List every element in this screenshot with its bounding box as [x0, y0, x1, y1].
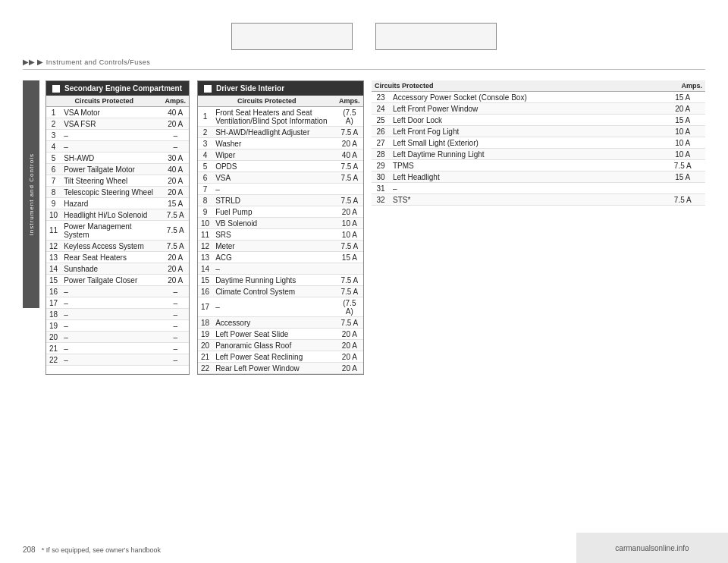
- row-name: Accessory Power Socket (Console Box): [390, 92, 661, 103]
- row-num: 20: [46, 332, 61, 343]
- row-name: Power Tailgate Motor: [61, 164, 162, 175]
- row-amps: 7.5 A: [336, 286, 363, 297]
- top-box-right: [375, 23, 497, 50]
- table-row: 15 Power Tailgate Closer 20 A: [46, 275, 189, 286]
- table-row: 10 VB Solenoid 10 A: [198, 218, 363, 229]
- row-name: STRLD: [212, 195, 336, 206]
- page-number: 208: [23, 546, 36, 554]
- row-num: 3: [198, 138, 212, 149]
- table-row: 22 – –: [46, 354, 189, 366]
- table-row: 18 Accessory 7.5 A: [198, 317, 363, 329]
- table-row: 3 Washer 20 A: [198, 138, 363, 149]
- table-row: 13 ACG 15 A: [198, 252, 363, 263]
- row-name: Left Door Lock: [390, 115, 661, 126]
- right-col2-header: Amps.: [681, 82, 702, 90]
- row-name: Left Daytime Running Light: [390, 149, 661, 160]
- row-amps: 20 A: [162, 175, 189, 187]
- row-num: 22: [198, 363, 212, 374]
- row-num: 32: [372, 194, 390, 206]
- row-amps: 7.5 A: [162, 241, 189, 252]
- top-box-left: [231, 23, 353, 50]
- row-name: Front Seat Heaters and Seat Ventilation/…: [212, 107, 336, 127]
- right-circuits-table: 23 Accessory Power Socket (Console Box) …: [372, 92, 705, 206]
- row-name: VSA FSR: [61, 118, 162, 130]
- row-num: 18: [198, 317, 212, 329]
- row-amps: [336, 184, 363, 195]
- row-name: VSA: [212, 172, 336, 184]
- table-row: 32 STS* 7.5 A: [372, 194, 705, 206]
- secondary-engine-title: Secondary Engine Compartment: [64, 84, 182, 93]
- row-num: 14: [198, 263, 212, 275]
- table-row: 21 Left Power Seat Reclining 20 A: [198, 351, 363, 363]
- row-amps: 10 A: [336, 229, 363, 241]
- driver-side-section: Driver Side Interior Circuits Protected …: [197, 80, 364, 375]
- row-name: Fuel Pump: [212, 206, 336, 218]
- row-name: Climate Control System: [212, 286, 336, 297]
- row-name: Rear Left Power Window: [212, 363, 336, 374]
- row-num: 10: [46, 209, 61, 221]
- row-amps: 15 A: [661, 115, 705, 126]
- table-row: 6 VSA 7.5 A: [198, 172, 363, 184]
- table-row: 7 –: [198, 184, 363, 195]
- row-num: 30: [372, 171, 390, 183]
- row-amps: –: [162, 297, 189, 309]
- row-name: Left Small Light (Exterior): [390, 137, 661, 149]
- row-amps: –: [162, 130, 189, 141]
- row-num: 7: [198, 184, 212, 195]
- row-num: 12: [198, 241, 212, 252]
- table-row: 8 STRLD 7.5 A: [198, 195, 363, 206]
- row-name: –: [61, 354, 162, 366]
- row-amps: 7.5 A: [336, 127, 363, 138]
- table-row: 25 Left Door Lock 15 A: [372, 115, 705, 126]
- table-row: 12 Keyless Access System 7.5 A: [46, 241, 189, 252]
- table-row: 1 VSA Motor 40 A: [46, 107, 189, 118]
- row-name: –: [61, 286, 162, 297]
- table-row: 11 Power Management System 7.5 A: [46, 221, 189, 241]
- row-num: 25: [372, 115, 390, 126]
- row-name: SH-AWD/Headlight Adjuster: [212, 127, 336, 138]
- row-amps: 40 A: [162, 164, 189, 175]
- row-num: 4: [198, 149, 212, 161]
- driver-side-table: Circuits Protected Amps. 1 Front Seat He…: [198, 96, 363, 374]
- drv-col2-header: Amps.: [336, 96, 363, 107]
- row-amps: 40 A: [162, 107, 189, 118]
- header-square-icon: [52, 85, 60, 93]
- row-num: 8: [198, 195, 212, 206]
- sec-col2-header: Amps.: [162, 96, 189, 107]
- row-num: 13: [46, 252, 61, 263]
- row-num: 29: [372, 160, 390, 171]
- table-row: 3 – –: [46, 130, 189, 141]
- row-name: –: [61, 297, 162, 309]
- row-num: 28: [372, 149, 390, 160]
- row-amps: 10 A: [336, 218, 363, 229]
- table-row: 20 – –: [46, 332, 189, 343]
- table-row: 4 Wiper 40 A: [198, 149, 363, 161]
- row-amps: (7.5 A): [336, 297, 363, 317]
- row-amps: 7.5 A: [661, 160, 705, 171]
- row-num: 24: [372, 103, 390, 115]
- row-amps: 30 A: [162, 153, 189, 164]
- row-num: 6: [198, 172, 212, 184]
- drv-col1-header: Circuits Protected: [198, 96, 336, 107]
- table-row: 5 OPDS 7.5 A: [198, 161, 363, 172]
- row-name: SH-AWD: [61, 153, 162, 164]
- row-amps: 20 A: [162, 252, 189, 263]
- table-row: 10 Headlight Hi/Lo Solenoid 7.5 A: [46, 209, 189, 221]
- table-row: 2 VSA FSR 20 A: [46, 118, 189, 130]
- row-num: 18: [46, 309, 61, 320]
- row-amps: 20 A: [336, 138, 363, 149]
- row-num: 27: [372, 137, 390, 149]
- row-num: 17: [46, 297, 61, 309]
- row-num: 11: [198, 229, 212, 241]
- row-name: TPMS: [390, 160, 661, 171]
- row-name: Washer: [212, 138, 336, 149]
- table-row: 15 Daytime Running Lights 7.5 A: [198, 275, 363, 286]
- row-num: 2: [198, 127, 212, 138]
- row-name: Tilt Steering Wheel: [61, 175, 162, 187]
- row-amps: 7.5 A: [336, 195, 363, 206]
- row-num: 5: [46, 153, 61, 164]
- table-row: 19 Left Power Seat Slide 20 A: [198, 329, 363, 340]
- table-row: 21 – –: [46, 343, 189, 354]
- row-amps: 10 A: [661, 126, 705, 137]
- table-row: 18 – –: [46, 309, 189, 320]
